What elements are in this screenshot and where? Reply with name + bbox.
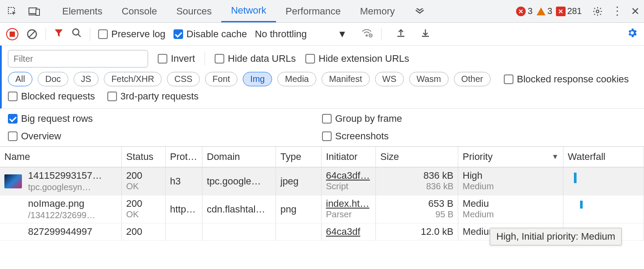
cell-type[interactable] [276, 223, 322, 241]
pill-js[interactable]: JS [74, 72, 99, 86]
col-initiator[interactable]: Initiator [322, 147, 376, 167]
divider [381, 28, 382, 41]
tab-elements[interactable]: Elements [53, 0, 112, 22]
pill-all[interactable]: All [8, 72, 32, 86]
tab-network[interactable]: Network [221, 0, 276, 22]
cell-priority[interactable]: Mediu Medium [458, 195, 563, 223]
invert-option[interactable]: Invert [158, 53, 195, 64]
hide-extension-urls-checkbox[interactable] [305, 54, 315, 64]
device-toolbar-icon[interactable] [26, 4, 42, 19]
pill-font[interactable]: Font [205, 72, 237, 86]
group-frame-option[interactable]: Group by frame [322, 113, 636, 124]
col-protocol[interactable]: Prot… [166, 147, 202, 167]
cell-waterfall[interactable] [563, 195, 644, 223]
cell-initiator[interactable]: 64ca3df [322, 223, 376, 241]
cell-protocol[interactable]: http… [166, 195, 202, 223]
col-priority[interactable]: Priority [458, 147, 563, 167]
big-rows-option[interactable]: Big request rows [8, 113, 322, 124]
issues-count[interactable]: ✕ 281 [556, 6, 582, 16]
cell-size[interactable]: 12.0 kB [376, 223, 458, 241]
svg-point-7 [73, 29, 79, 35]
upload-har-icon[interactable] [396, 28, 406, 41]
error-count[interactable]: ✕ 3 [516, 6, 532, 16]
download-har-icon[interactable] [420, 28, 431, 41]
table-row[interactable]: 141152993157… tpc.googlesyn… [0, 167, 122, 195]
overview-checkbox[interactable] [8, 131, 18, 141]
third-party-label: 3rd-party requests [120, 91, 199, 102]
table-row[interactable]: 827299944997 [0, 223, 122, 241]
pill-manifest[interactable]: Manifest [322, 72, 370, 86]
pill-fetch-xhr[interactable]: Fetch/XHR [104, 72, 162, 86]
big-rows-checkbox[interactable] [8, 114, 18, 124]
throttling-select[interactable]: No throttling ▼ [255, 28, 347, 40]
blocked-requests-option[interactable]: Blocked requests [8, 91, 95, 102]
hide-data-urls-option[interactable]: Hide data URLs [215, 53, 296, 64]
invert-checkbox[interactable] [158, 54, 167, 64]
cell-domain[interactable] [202, 223, 276, 241]
blocked-cookies-checkbox[interactable] [504, 74, 513, 84]
tab-overflow[interactable] [404, 0, 435, 22]
pill-css[interactable]: CSS [167, 72, 200, 86]
pill-img[interactable]: Img [243, 72, 272, 86]
clear-icon[interactable] [26, 28, 38, 40]
tab-sources[interactable]: Sources [166, 0, 221, 22]
cell-size[interactable]: 836 kB 836 kB [376, 167, 458, 195]
col-waterfall[interactable]: Waterfall [563, 147, 644, 167]
search-icon[interactable] [71, 28, 82, 41]
kebab-menu-icon[interactable]: ⋮ [612, 4, 623, 18]
close-icon[interactable]: ✕ [631, 5, 640, 18]
tab-performance[interactable]: Performance [276, 0, 350, 22]
cell-domain[interactable]: cdn.flashtal… [202, 195, 276, 223]
cell-status[interactable]: 200 [122, 223, 166, 241]
col-name[interactable]: Name [0, 147, 122, 167]
gear-icon[interactable] [590, 4, 605, 19]
disable-cache-option[interactable]: Disable cache [173, 28, 247, 40]
pill-media[interactable]: Media [277, 72, 316, 86]
cell-protocol[interactable] [166, 223, 202, 241]
blocked-requests-checkbox[interactable] [8, 92, 18, 101]
hide-data-urls-checkbox[interactable] [215, 54, 224, 64]
cell-status[interactable]: 200 OK [122, 195, 166, 223]
filter-icon[interactable] [54, 28, 64, 40]
overview-option[interactable]: Overview [8, 131, 322, 142]
tab-memory[interactable]: Memory [350, 0, 404, 22]
table-row[interactable]: noImage.png /134122/32699… [0, 195, 122, 223]
tab-console[interactable]: Console [112, 0, 167, 22]
cell-type[interactable]: png [276, 195, 322, 223]
preserve-log-option[interactable]: Preserve log [98, 28, 166, 40]
disable-cache-checkbox[interactable] [173, 29, 183, 39]
col-size[interactable]: Size [376, 147, 458, 167]
cell-type[interactable]: jpeg [276, 167, 322, 195]
screenshots-option[interactable]: Screenshots [322, 131, 636, 142]
col-domain[interactable]: Domain [202, 147, 276, 167]
third-party-option[interactable]: 3rd-party requests [107, 91, 199, 102]
pill-other[interactable]: Other [454, 72, 491, 86]
group-frame-checkbox[interactable] [322, 114, 332, 124]
pill-wasm[interactable]: Wasm [409, 72, 449, 86]
col-status[interactable]: Status [122, 147, 166, 167]
invert-label: Invert [171, 53, 195, 64]
settings-gear-icon[interactable] [626, 27, 638, 41]
hide-extension-urls-option[interactable]: Hide extension URLs [305, 53, 409, 64]
cell-initiator[interactable]: index.ht… Parser [322, 195, 376, 223]
cell-priority[interactable]: High Medium [458, 167, 563, 195]
filter-input[interactable] [8, 50, 148, 67]
cell-protocol[interactable]: h3 [166, 167, 202, 195]
cell-size[interactable]: 653 B 95 B [376, 195, 458, 223]
third-party-checkbox[interactable] [107, 92, 117, 101]
col-type[interactable]: Type [276, 147, 322, 167]
pill-ws[interactable]: WS [375, 72, 404, 86]
warning-count[interactable]: 3 [536, 6, 552, 16]
record-button[interactable] [6, 28, 18, 40]
network-conditions-icon[interactable] [361, 28, 373, 41]
cell-waterfall[interactable] [563, 167, 644, 195]
blocked-cookies-option[interactable]: Blocked response cookies [504, 74, 629, 85]
pill-doc[interactable]: Doc [38, 72, 68, 86]
cell-domain[interactable]: tpc.google… [202, 167, 276, 195]
cell-initiator[interactable]: 64ca3df… Script [322, 167, 376, 195]
screenshots-checkbox[interactable] [322, 131, 332, 141]
preserve-log-checkbox[interactable] [98, 29, 108, 39]
cell-status[interactable]: 200 OK [122, 167, 166, 195]
group-frame-label: Group by frame [335, 113, 402, 124]
inspect-element-icon[interactable] [4, 4, 20, 19]
